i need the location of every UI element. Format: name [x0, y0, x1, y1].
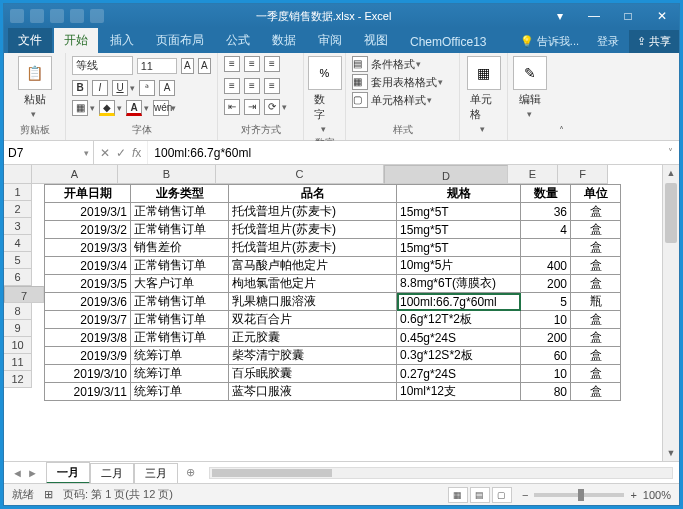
ribbon-options-icon[interactable]: ▾ — [543, 4, 577, 28]
tab-file[interactable]: 文件 — [8, 28, 52, 53]
cell[interactable]: 富马酸卢帕他定片 — [229, 257, 397, 275]
cell[interactable]: 10 — [521, 311, 571, 329]
cell[interactable]: 托伐普坦片(苏麦卡) — [229, 221, 397, 239]
cell[interactable]: 正常销售订单 — [131, 311, 229, 329]
cell[interactable]: 2019/3/4 — [45, 257, 131, 275]
align-left-icon[interactable]: ≡ — [224, 78, 240, 94]
font-box-icon[interactable]: A — [159, 80, 175, 96]
cell[interactable]: 5 — [521, 293, 571, 311]
cell[interactable]: 销售差价 — [131, 239, 229, 257]
decrease-font-icon[interactable]: A — [198, 58, 211, 74]
row-header-8[interactable]: 8 — [4, 303, 32, 320]
row-header-1[interactable]: 1 — [4, 184, 32, 201]
fx-icon[interactable]: fx — [132, 146, 141, 160]
font-name-select[interactable]: 等线 — [72, 56, 133, 75]
accessibility-icon[interactable]: ⊞ — [44, 488, 53, 501]
row-header-6[interactable]: 6 — [4, 269, 32, 286]
scroll-thumb[interactable] — [665, 183, 677, 243]
cell[interactable]: 400 — [521, 257, 571, 275]
collapse-ribbon-icon[interactable]: ˄ — [552, 53, 570, 140]
cell[interactable]: 盒 — [571, 257, 621, 275]
qat-more-icon[interactable] — [90, 9, 104, 23]
zoom-out-icon[interactable]: − — [522, 489, 528, 501]
name-box[interactable]: ▾ — [4, 141, 94, 164]
sheet-tab-3[interactable]: 三月 — [134, 463, 178, 483]
col-header-E[interactable]: E — [508, 165, 558, 184]
cell[interactable]: 瓶 — [571, 293, 621, 311]
cell[interactable]: 盒 — [571, 275, 621, 293]
cell[interactable]: 0.3g*12S*2板 — [397, 347, 521, 365]
tab-layout[interactable]: 页面布局 — [146, 28, 214, 53]
enter-icon[interactable]: ✓ — [116, 146, 126, 160]
phonetic-icon[interactable]: wén — [153, 100, 169, 116]
cell[interactable]: 60 — [521, 347, 571, 365]
cell[interactable]: 盒 — [571, 383, 621, 401]
cell[interactable]: 盒 — [571, 347, 621, 365]
cell[interactable]: 200 — [521, 275, 571, 293]
tab-insert[interactable]: 插入 — [100, 28, 144, 53]
cell[interactable]: 正常销售订单 — [131, 293, 229, 311]
normal-view-icon[interactable]: ▦ — [448, 487, 468, 503]
cell[interactable]: 2019/3/10 — [45, 365, 131, 383]
cell[interactable]: 盒 — [571, 221, 621, 239]
name-box-input[interactable] — [4, 141, 80, 164]
cell[interactable]: 正元胶囊 — [229, 329, 397, 347]
cell[interactable]: 2019/3/11 — [45, 383, 131, 401]
decrease-indent-icon[interactable]: ⇤ — [224, 99, 240, 115]
align-bottom-icon[interactable]: ≡ — [264, 56, 280, 72]
zoom-slider[interactable] — [534, 493, 624, 497]
maximize-button[interactable]: □ — [611, 4, 645, 28]
row-header-4[interactable]: 4 — [4, 235, 32, 252]
cell[interactable]: 托伐普坦片(苏麦卡) — [229, 203, 397, 221]
cell[interactable]: 2019/3/2 — [45, 221, 131, 239]
cell[interactable]: 柴芩清宁胶囊 — [229, 347, 397, 365]
increase-indent-icon[interactable]: ⇥ — [244, 99, 260, 115]
hscroll-thumb[interactable] — [212, 469, 332, 477]
cell[interactable]: 单位 — [571, 185, 621, 203]
cell[interactable]: 15mg*5T — [397, 203, 521, 221]
cell[interactable]: 统筹订单 — [131, 383, 229, 401]
col-header-C[interactable]: C — [216, 165, 384, 184]
cell[interactable] — [521, 239, 571, 257]
page-break-view-icon[interactable]: ▢ — [492, 487, 512, 503]
row-header-11[interactable]: 11 — [4, 354, 32, 371]
font-color-icon[interactable]: A — [126, 100, 142, 116]
cell[interactable]: 正常销售订单 — [131, 203, 229, 221]
tab-data[interactable]: 数据 — [262, 28, 306, 53]
number-format-icon[interactable]: % — [308, 56, 342, 90]
cell[interactable]: 2019/3/9 — [45, 347, 131, 365]
cell[interactable]: 正常销售订单 — [131, 257, 229, 275]
cell[interactable]: 0.45g*24S — [397, 329, 521, 347]
cell[interactable]: 统筹订单 — [131, 365, 229, 383]
cell[interactable]: 4 — [521, 221, 571, 239]
align-right-icon[interactable]: ≡ — [264, 78, 280, 94]
cell[interactable]: 盒 — [571, 365, 621, 383]
row-header-3[interactable]: 3 — [4, 218, 32, 235]
cell[interactable]: 乳果糖口服溶液 — [229, 293, 397, 311]
cells-icon[interactable]: ▦ — [467, 56, 501, 90]
cell[interactable]: 8.8mg*6T(薄膜衣) — [397, 275, 521, 293]
cell[interactable]: 蓝芩口服液 — [229, 383, 397, 401]
underline-icon[interactable]: U — [112, 80, 128, 96]
scroll-up-icon[interactable]: ▲ — [663, 165, 679, 181]
sheet-tab-2[interactable]: 二月 — [90, 463, 134, 483]
cell[interactable]: 盒 — [571, 239, 621, 257]
tab-home[interactable]: 开始 — [54, 28, 98, 53]
cell[interactable]: 2019/3/7 — [45, 311, 131, 329]
sheet-prev-icon[interactable]: ◄ — [12, 467, 23, 479]
sheet-tab-1[interactable]: 一月 — [46, 462, 90, 484]
tab-formula[interactable]: 公式 — [216, 28, 260, 53]
font-size-select[interactable]: 11 — [137, 58, 177, 74]
cell[interactable]: 百乐眠胶囊 — [229, 365, 397, 383]
table-format-button[interactable]: ▦套用表格格式▾ — [352, 74, 453, 90]
select-all-corner[interactable] — [4, 165, 32, 184]
paste-icon[interactable]: 📋 — [18, 56, 52, 90]
row-header-10[interactable]: 10 — [4, 337, 32, 354]
row-header-7[interactable]: 7 — [4, 286, 44, 303]
cell[interactable]: 2019/3/3 — [45, 239, 131, 257]
cell[interactable]: 大客户订单 — [131, 275, 229, 293]
minimize-button[interactable]: — — [577, 4, 611, 28]
cell[interactable]: 0.6g*12T*2板 — [397, 311, 521, 329]
conditional-format-button[interactable]: ▤条件格式▾ — [352, 56, 453, 72]
cell[interactable]: 36 — [521, 203, 571, 221]
